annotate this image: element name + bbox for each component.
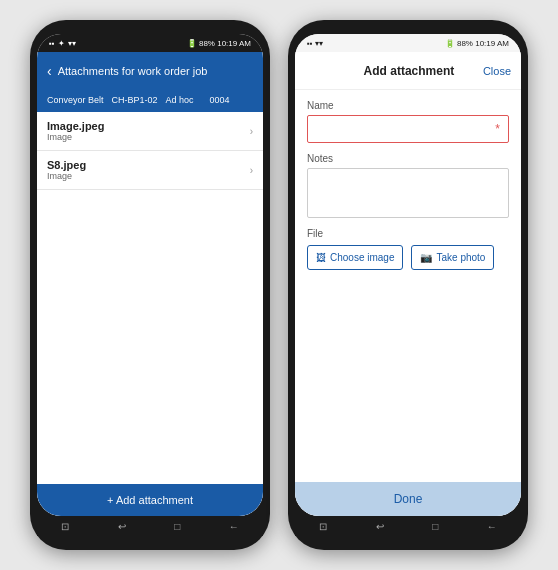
order-type: Ad hoc [166,95,194,105]
bottom-nav-2: ⊡ ↩ □ ← [295,516,521,536]
item2-sub: Image [47,171,86,181]
file-label: File [307,228,509,239]
attachment-list: Image.jpeg Image › S8.jpeg Image › [37,112,263,484]
wifi2-icon: ▾▾ [315,39,323,48]
chevron-icon: › [250,165,253,176]
bottom-nav-1: ⊡ ↩ □ ← [37,516,263,536]
status2-right: 🔋 88% 10:19 AM [445,39,509,48]
battery2-text: 🔋 88% 10:19 AM [445,39,509,48]
page-title-2: Add attachment [335,64,483,78]
status-left: ▪▪ ✦ ▾▾ [49,39,76,48]
nav2-back-icon[interactable]: ↩ [376,521,384,532]
screen-1: ‹ Attachments for work order job Conveyo… [37,52,263,516]
add-attachment-button[interactable]: + Add attachment [37,484,263,516]
nav2-arrow-icon[interactable]: ← [487,521,497,532]
status2-left: ▪▪ ▾▾ [307,39,323,48]
take-photo-label: Take photo [436,252,485,263]
close-button[interactable]: Close [483,65,511,77]
signal2-icon: ▪▪ [307,39,313,48]
nav-recent-icon[interactable]: ⊡ [61,521,69,532]
name-field-group: Name * [307,100,509,143]
nav-home-icon[interactable]: □ [174,521,180,532]
phone1: ▪▪ ✦ ▾▾ 🔋 88% 10:19 AM ‹ Attachments for… [30,20,270,550]
nav-arrow-icon[interactable]: ← [229,521,239,532]
done-button[interactable]: Done [295,482,521,516]
nav-back-icon[interactable]: ↩ [118,521,126,532]
choose-image-label: Choose image [330,252,394,263]
bluetooth-icon: ✦ [58,39,65,48]
form-area: Name * Notes File 🖼 [295,90,521,482]
phone2: ▪▪ ▾▾ 🔋 88% 10:19 AM Add attachment Clos… [288,20,528,550]
notes-label: Notes [307,153,509,164]
take-photo-button[interactable]: 📷 Take photo [411,245,494,270]
back-button[interactable]: ‹ [47,63,52,79]
file-buttons: 🖼 Choose image 📷 Take photo [307,245,509,270]
item1-title: Image.jpeg [47,120,104,132]
app-header-1: ‹ Attachments for work order job [37,52,263,90]
status-bar-2: ▪▪ ▾▾ 🔋 88% 10:19 AM [295,34,521,52]
name-label: Name [307,100,509,111]
status-bar-1: ▪▪ ✦ ▾▾ 🔋 88% 10:19 AM [37,34,263,52]
name-input[interactable]: * [307,115,509,143]
order-num: 0004 [210,95,230,105]
nav2-home-icon[interactable]: □ [432,521,438,532]
file-section: File 🖼 Choose image 📷 Take photo [307,228,509,270]
page-title-1: Attachments for work order job [58,65,253,77]
signal-icon: ▪▪ [49,39,55,48]
conveyor-label: Conveyor Belt [47,95,104,105]
required-indicator: * [495,122,500,136]
camera-icon: 📷 [420,252,432,263]
chevron-icon: › [250,126,253,137]
notes-field-group: Notes [307,153,509,218]
order-id: CH-BP1-02 [112,95,158,105]
wifi-icon: ▾▾ [68,39,76,48]
choose-image-button[interactable]: 🖼 Choose image [307,245,403,270]
notes-input[interactable] [307,168,509,218]
info-strip: Conveyor Belt CH-BP1-02 Ad hoc 0004 [37,90,263,112]
nav2-recent-icon[interactable]: ⊡ [319,521,327,532]
add-attachment-header: Add attachment Close [295,52,521,90]
battery-text: 🔋 88% 10:19 AM [187,39,251,48]
image-icon: 🖼 [316,252,326,263]
item2-title: S8.jpeg [47,159,86,171]
screen-2: Add attachment Close Name * Notes [295,52,521,516]
item1-sub: Image [47,132,104,142]
list-item[interactable]: Image.jpeg Image › [37,112,263,151]
status-right: 🔋 88% 10:19 AM [187,39,251,48]
list-item[interactable]: S8.jpeg Image › [37,151,263,190]
